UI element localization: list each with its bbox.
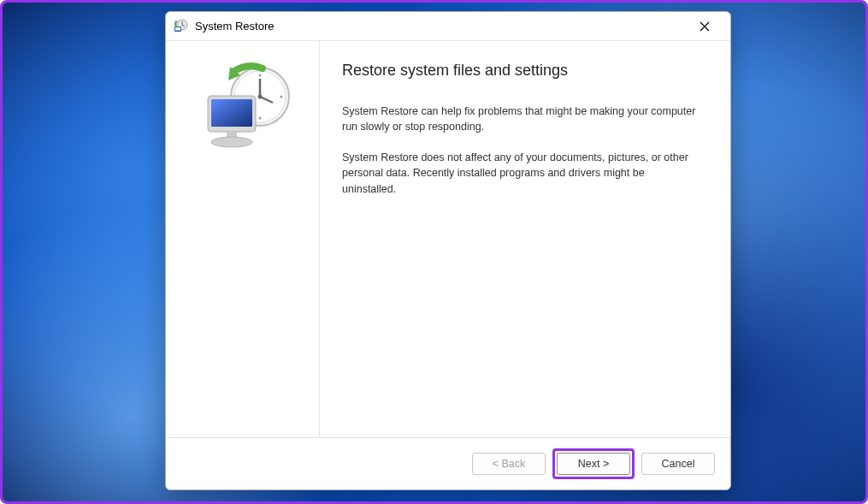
- system-restore-illustration: [187, 58, 298, 161]
- wizard-paragraph-1: System Restore can help fix problems tha…: [342, 104, 701, 134]
- wizard-button-row: < Back Next > Cancel: [166, 437, 730, 489]
- svg-point-18: [211, 137, 252, 147]
- next-button[interactable]: Next >: [557, 453, 630, 475]
- svg-point-12: [280, 96, 282, 98]
- wizard-heading: Restore system files and settings: [342, 62, 701, 80]
- wizard-sidebar: [166, 41, 320, 437]
- cancel-button[interactable]: Cancel: [641, 453, 715, 475]
- svg-rect-3: [175, 27, 180, 31]
- wizard-content: Restore system files and settings System…: [320, 41, 730, 437]
- svg-point-8: [257, 95, 262, 99]
- wizard-paragraph-2: System Restore does not affect any of yo…: [342, 150, 701, 196]
- next-button-highlight: Next >: [552, 448, 635, 479]
- system-restore-icon: [173, 19, 188, 34]
- close-button[interactable]: [686, 14, 723, 39]
- svg-point-9: [258, 74, 261, 77]
- svg-point-10: [258, 117, 261, 120]
- close-icon: [700, 21, 710, 32]
- window-title: System Restore: [195, 20, 686, 33]
- back-button: < Back: [472, 453, 546, 475]
- system-restore-window: System Restore: [165, 11, 731, 490]
- svg-rect-16: [211, 99, 252, 127]
- titlebar[interactable]: System Restore: [166, 12, 730, 41]
- wizard-body: Restore system files and settings System…: [166, 41, 730, 437]
